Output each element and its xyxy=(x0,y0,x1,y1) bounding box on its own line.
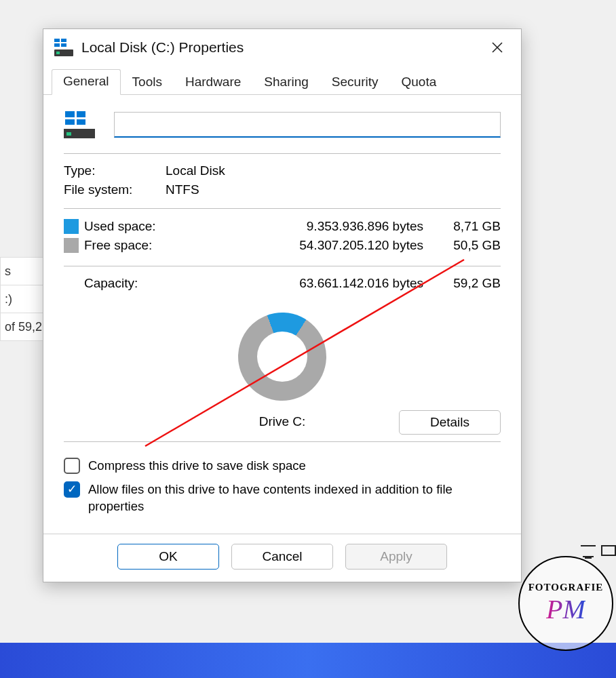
close-icon xyxy=(492,42,503,53)
capacity-row: Capacity: 63.661.142.016 bytes 59,2 GB xyxy=(64,271,501,296)
filesystem-label: File system: xyxy=(64,182,166,197)
apply-button[interactable]: Apply xyxy=(345,544,447,570)
tab-security[interactable]: Security xyxy=(320,70,390,95)
separator xyxy=(64,266,501,266)
tab-quota[interactable]: Quota xyxy=(389,70,448,95)
taskbar xyxy=(0,643,616,678)
free-swatch-icon xyxy=(64,238,79,253)
drive-icon-large xyxy=(64,111,95,138)
titlebar[interactable]: Local Disk (C:) Properties xyxy=(43,29,521,68)
separator xyxy=(64,153,501,154)
dialog-buttons: OK Cancel Apply xyxy=(43,534,521,582)
close-button[interactable] xyxy=(486,36,509,59)
drive-icon xyxy=(54,39,73,56)
used-bytes: 9.353.936.896 bytes xyxy=(186,219,433,234)
type-value: Local Disk xyxy=(166,163,501,178)
filesystem-value: NTFS xyxy=(166,182,501,197)
separator xyxy=(64,441,501,442)
drive-name-input[interactable] xyxy=(114,112,501,138)
compress-label: Compress this drive to save disk space xyxy=(88,458,306,475)
index-label: Allow files on this drive to have conten… xyxy=(88,481,501,515)
watermark-line1: FOTOGRAFIE xyxy=(528,582,604,593)
desktop-background-list: s :) of 59,2 xyxy=(0,258,47,340)
bg-row: s xyxy=(0,257,47,285)
details-button[interactable]: Details xyxy=(399,410,501,435)
index-checkbox[interactable] xyxy=(64,481,80,498)
ok-button[interactable]: OK xyxy=(117,544,219,570)
watermark-line2: PM xyxy=(546,593,585,625)
bg-row: :) xyxy=(0,285,47,313)
used-label: Used space: xyxy=(84,219,186,234)
window-title: Local Disk (C:) Properties xyxy=(81,39,486,56)
capacity-label: Capacity: xyxy=(84,276,186,291)
free-label: Free space: xyxy=(84,238,186,253)
tab-general[interactable]: General xyxy=(52,69,121,95)
used-swatch-icon xyxy=(64,219,79,234)
watermark: FOTOGRAFIE PM xyxy=(518,556,613,651)
free-bytes: 54.307.205.120 bytes xyxy=(186,238,433,253)
capacity-bytes: 63.661.142.016 bytes xyxy=(186,276,433,291)
used-gb: 8,71 GB xyxy=(433,219,501,234)
drive-label: Drive C: xyxy=(259,414,306,429)
tab-content-general: Type: Local Disk File system: NTFS Used … xyxy=(43,95,521,534)
space-table: Used space: 9.353.936.896 bytes 8,71 GB … xyxy=(64,213,501,262)
type-label: Type: xyxy=(64,163,166,178)
tab-hardware[interactable]: Hardware xyxy=(174,70,252,95)
tab-tools[interactable]: Tools xyxy=(121,70,174,95)
separator xyxy=(64,208,501,209)
free-gb: 50,5 GB xyxy=(433,238,501,253)
capacity-gb: 59,2 GB xyxy=(433,276,501,291)
bg-row: of 59,2 xyxy=(0,313,47,341)
properties-dialog: Local Disk (C:) Properties General Tools… xyxy=(43,28,522,582)
tab-sharing[interactable]: Sharing xyxy=(252,70,320,95)
compress-checkbox[interactable] xyxy=(64,458,80,474)
cancel-button[interactable]: Cancel xyxy=(231,544,333,570)
tab-strip: General Tools Hardware Sharing Security … xyxy=(43,68,521,95)
donut-chart-icon xyxy=(238,313,326,401)
free-space-row: Free space: 54.307.205.120 bytes 50,5 GB xyxy=(64,236,501,255)
usage-chart xyxy=(64,299,501,414)
background-window-icons xyxy=(581,545,616,556)
used-space-row: Used space: 9.353.936.896 bytes 8,71 GB xyxy=(64,217,501,236)
